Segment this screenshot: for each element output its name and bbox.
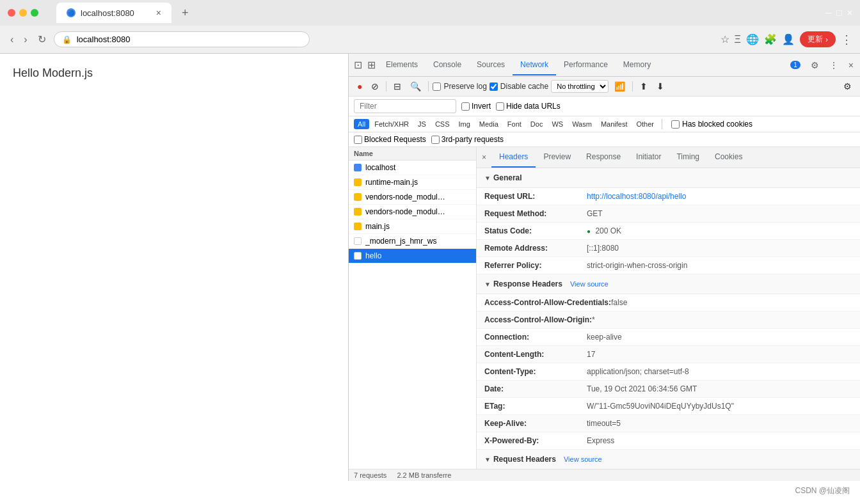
network-conditions-btn[interactable]: 📶 [611, 79, 628, 93]
address-input-container[interactable]: 🔒 localhost:8080 [54, 31, 310, 47]
tab-network[interactable]: Network [513, 55, 556, 75]
browser-tab[interactable]: 🔵 localhost:8080 × [56, 3, 171, 23]
general-section-title[interactable]: ▼ General [477, 168, 860, 188]
details-tab-preview[interactable]: Preview [536, 147, 578, 168]
details-tab-response[interactable]: Response [578, 147, 628, 168]
invert-checkbox[interactable] [461, 102, 470, 111]
type-btn-css[interactable]: CSS [431, 119, 454, 129]
devtools-close-btn[interactable]: × [845, 58, 857, 73]
list-item[interactable]: _modern_js_hmr_ws [349, 234, 476, 249]
close-light[interactable] [8, 9, 15, 17]
list-item[interactable]: runtime-main.js [349, 175, 476, 190]
close-btn[interactable]: × [847, 8, 852, 18]
type-btn-other[interactable]: Other [632, 119, 658, 129]
general-triangle: ▼ [484, 175, 491, 182]
details-close-btn[interactable]: × [477, 148, 491, 167]
list-item-selected[interactable]: hello [349, 249, 476, 264]
type-btn-font[interactable]: Font [504, 119, 525, 129]
hide-data-urls-checkbox[interactable] [496, 102, 504, 111]
req-name: main.js [365, 222, 390, 231]
devtools-icons: 1 ⚙ ⋮ × [786, 58, 857, 73]
clear-btn[interactable]: ⊘ [368, 79, 382, 93]
tab-console[interactable]: Console [426, 55, 469, 75]
header-row: Content-Type: application/json; charset=… [477, 363, 860, 381]
record-btn[interactable]: ● [354, 79, 365, 93]
tab-sources[interactable]: Sources [469, 55, 513, 75]
type-btn-wasm[interactable]: Wasm [568, 119, 596, 129]
third-party-label[interactable]: 3rd-party requests [431, 135, 504, 144]
blocked-cookies-label[interactable]: Has blocked cookies [671, 120, 752, 129]
import-btn[interactable]: ⬆ [637, 79, 651, 93]
main-panel: Name localhost runtime-main.js vendors-n… [349, 147, 860, 469]
export-btn[interactable]: ⬇ [653, 79, 667, 93]
details-tab-timing[interactable]: Timing [669, 147, 707, 168]
request-view-source-btn[interactable]: View source [564, 455, 602, 463]
reading-icon[interactable]: Ξ [735, 34, 741, 45]
blocked-requests-checkbox[interactable] [354, 136, 362, 144]
res-val-8: Express [587, 435, 614, 446]
list-item[interactable]: main.js [349, 219, 476, 234]
list-item[interactable]: vendors-node_modules_... [349, 205, 476, 219]
details-tab-cookies[interactable]: Cookies [707, 147, 750, 168]
request-headers-section-title[interactable]: ▼ Request Headers View source [477, 450, 860, 469]
filter-btn[interactable]: ⊟ [390, 79, 404, 93]
tab-memory[interactable]: Memory [616, 55, 658, 75]
type-btn-xhr[interactable]: Fetch/XHR [370, 119, 413, 129]
devtools-panel: ⊡ ⊞ Elements Console Sources Network Per… [348, 54, 860, 481]
details-tab-headers[interactable]: Headers [491, 147, 536, 168]
blocked-requests-label[interactable]: Blocked Requests [354, 135, 426, 144]
back-btn[interactable]: ‹ [8, 31, 16, 48]
type-btn-manifest[interactable]: Manifest [597, 119, 632, 129]
bookmark-icon[interactable]: ☆ [721, 33, 729, 45]
profile-icon[interactable]: 👤 [782, 33, 795, 45]
type-btn-media[interactable]: Media [475, 119, 502, 129]
tab-close-btn[interactable]: × [156, 8, 161, 18]
list-item[interactable]: vendors-node_modules_... [349, 190, 476, 205]
type-btn-all[interactable]: All [354, 119, 369, 129]
update-button[interactable]: 更新 › [800, 31, 836, 47]
disable-cache-checkbox[interactable] [490, 83, 498, 91]
type-btn-img[interactable]: Img [455, 119, 474, 129]
extension-icon[interactable]: 🌐 [746, 33, 759, 45]
devtools-panel-icon2[interactable]: ⊞ [365, 56, 378, 74]
response-view-source-btn[interactable]: View source [570, 280, 609, 288]
request-list-header: Name [349, 147, 476, 161]
reload-btn[interactable]: ↻ [35, 31, 49, 48]
forward-btn[interactable]: › [21, 31, 29, 48]
type-btn-js[interactable]: JS [414, 119, 430, 129]
maximize-light[interactable] [31, 9, 38, 17]
toolbar-settings-btn[interactable]: ⚙ [840, 79, 855, 93]
new-tab-btn[interactable]: + [177, 4, 194, 22]
hide-data-urls-label[interactable]: Hide data URLs [496, 102, 561, 111]
search-btn[interactable]: 🔍 [407, 79, 424, 93]
details-tab-initiator[interactable]: Initiator [628, 147, 669, 168]
preserve-log-label[interactable]: Preserve log [433, 82, 486, 91]
res-key-5: Date: [484, 383, 587, 395]
chrome-menu-btn[interactable]: ⋮ [841, 33, 852, 47]
third-party-checkbox[interactable] [431, 136, 440, 144]
devtools-more-btn[interactable]: ⋮ [825, 58, 842, 73]
type-btn-doc[interactable]: Doc [527, 119, 547, 129]
devtools-panel-icon1[interactable]: ⊡ [351, 56, 365, 74]
separator-1 [386, 81, 386, 91]
invert-text: Invert [472, 102, 491, 111]
filter-input[interactable] [354, 99, 456, 113]
tab-elements[interactable]: Elements [378, 55, 426, 75]
blocked-cookies-checkbox[interactable] [671, 120, 680, 129]
type-btn-ws[interactable]: WS [548, 119, 567, 129]
status-dot: ● [587, 228, 591, 235]
throttle-select[interactable]: No throttling [551, 80, 609, 93]
invert-label[interactable]: Invert [461, 102, 491, 111]
console-badge-area[interactable]: 1 [786, 58, 804, 72]
url-val[interactable]: http://localhost:8080/api/hello [587, 191, 686, 202]
tab-performance[interactable]: Performance [556, 55, 616, 75]
disable-cache-label[interactable]: Disable cache [490, 82, 548, 91]
puzzle-icon[interactable]: 🧩 [764, 33, 777, 45]
response-headers-section-title[interactable]: ▼ Response Headers View source [477, 274, 860, 294]
devtools-settings-btn[interactable]: ⚙ [807, 58, 823, 73]
fullscreen-btn[interactable]: □ [836, 8, 841, 18]
minimize-btn[interactable]: ─ [825, 8, 831, 18]
preserve-log-checkbox[interactable] [433, 83, 441, 91]
list-item[interactable]: localhost [349, 161, 476, 175]
minimize-light[interactable] [19, 9, 27, 17]
